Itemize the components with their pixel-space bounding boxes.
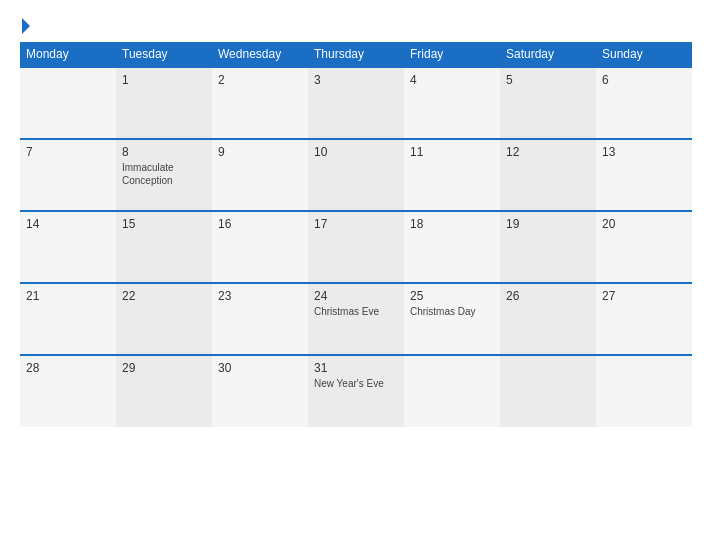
calendar-cell: 26 bbox=[500, 283, 596, 355]
calendar-cell: 13 bbox=[596, 139, 692, 211]
day-number: 9 bbox=[218, 145, 302, 159]
calendar-cell: 28 bbox=[20, 355, 116, 427]
calendar-cell: 14 bbox=[20, 211, 116, 283]
calendar-cell: 16 bbox=[212, 211, 308, 283]
calendar-cell: 29 bbox=[116, 355, 212, 427]
calendar-cell bbox=[500, 355, 596, 427]
weekday-header-thursday: Thursday bbox=[308, 42, 404, 67]
calendar-cell bbox=[596, 355, 692, 427]
calendar-event: Immaculate Conception bbox=[122, 161, 206, 187]
calendar-event: Christmas Day bbox=[410, 305, 494, 318]
calendar-cell: 5 bbox=[500, 67, 596, 139]
day-number: 10 bbox=[314, 145, 398, 159]
day-number: 20 bbox=[602, 217, 686, 231]
logo-blue-text bbox=[20, 18, 30, 34]
logo bbox=[20, 18, 30, 34]
calendar-table: MondayTuesdayWednesdayThursdayFridaySatu… bbox=[20, 42, 692, 427]
calendar-cell: 3 bbox=[308, 67, 404, 139]
day-number: 22 bbox=[122, 289, 206, 303]
calendar-cell: 8Immaculate Conception bbox=[116, 139, 212, 211]
calendar-cell: 19 bbox=[500, 211, 596, 283]
calendar-cell bbox=[20, 67, 116, 139]
day-number: 26 bbox=[506, 289, 590, 303]
calendar-cell: 12 bbox=[500, 139, 596, 211]
calendar-cell: 25Christmas Day bbox=[404, 283, 500, 355]
day-number: 19 bbox=[506, 217, 590, 231]
day-number: 14 bbox=[26, 217, 110, 231]
day-number: 29 bbox=[122, 361, 206, 375]
day-number: 25 bbox=[410, 289, 494, 303]
day-number: 21 bbox=[26, 289, 110, 303]
calendar-cell: 15 bbox=[116, 211, 212, 283]
calendar-cell: 21 bbox=[20, 283, 116, 355]
day-number: 28 bbox=[26, 361, 110, 375]
calendar-week-2: 78Immaculate Conception910111213 bbox=[20, 139, 692, 211]
weekday-header-saturday: Saturday bbox=[500, 42, 596, 67]
calendar-event: New Year's Eve bbox=[314, 377, 398, 390]
day-number: 24 bbox=[314, 289, 398, 303]
calendar-cell: 18 bbox=[404, 211, 500, 283]
day-number: 4 bbox=[410, 73, 494, 87]
calendar-cell: 24Christmas Eve bbox=[308, 283, 404, 355]
calendar-cell: 9 bbox=[212, 139, 308, 211]
day-number: 27 bbox=[602, 289, 686, 303]
day-number: 6 bbox=[602, 73, 686, 87]
day-number: 12 bbox=[506, 145, 590, 159]
calendar-cell: 27 bbox=[596, 283, 692, 355]
weekday-header-sunday: Sunday bbox=[596, 42, 692, 67]
day-number: 5 bbox=[506, 73, 590, 87]
calendar-week-3: 14151617181920 bbox=[20, 211, 692, 283]
calendar-cell: 23 bbox=[212, 283, 308, 355]
calendar-event: Christmas Eve bbox=[314, 305, 398, 318]
calendar-cell: 1 bbox=[116, 67, 212, 139]
calendar-cell: 30 bbox=[212, 355, 308, 427]
calendar-cell: 7 bbox=[20, 139, 116, 211]
day-number: 13 bbox=[602, 145, 686, 159]
day-number: 2 bbox=[218, 73, 302, 87]
day-number: 7 bbox=[26, 145, 110, 159]
logo-triangle-icon bbox=[22, 18, 30, 34]
calendar-week-4: 21222324Christmas Eve25Christmas Day2627 bbox=[20, 283, 692, 355]
calendar-header bbox=[20, 18, 692, 34]
calendar-cell: 20 bbox=[596, 211, 692, 283]
day-number: 11 bbox=[410, 145, 494, 159]
calendar-cell: 22 bbox=[116, 283, 212, 355]
weekday-header-tuesday: Tuesday bbox=[116, 42, 212, 67]
calendar-cell: 11 bbox=[404, 139, 500, 211]
calendar-cell: 17 bbox=[308, 211, 404, 283]
day-number: 18 bbox=[410, 217, 494, 231]
calendar-week-5: 28293031New Year's Eve bbox=[20, 355, 692, 427]
day-number: 23 bbox=[218, 289, 302, 303]
day-number: 17 bbox=[314, 217, 398, 231]
weekday-header-monday: Monday bbox=[20, 42, 116, 67]
day-number: 1 bbox=[122, 73, 206, 87]
weekday-header-wednesday: Wednesday bbox=[212, 42, 308, 67]
calendar-header-row: MondayTuesdayWednesdayThursdayFridaySatu… bbox=[20, 42, 692, 67]
day-number: 3 bbox=[314, 73, 398, 87]
calendar-week-1: 123456 bbox=[20, 67, 692, 139]
calendar-cell: 31New Year's Eve bbox=[308, 355, 404, 427]
calendar-cell: 10 bbox=[308, 139, 404, 211]
day-number: 30 bbox=[218, 361, 302, 375]
calendar-cell: 2 bbox=[212, 67, 308, 139]
calendar-cell: 4 bbox=[404, 67, 500, 139]
weekday-header-friday: Friday bbox=[404, 42, 500, 67]
day-number: 15 bbox=[122, 217, 206, 231]
day-number: 31 bbox=[314, 361, 398, 375]
calendar-cell bbox=[404, 355, 500, 427]
calendar-cell: 6 bbox=[596, 67, 692, 139]
day-number: 16 bbox=[218, 217, 302, 231]
day-number: 8 bbox=[122, 145, 206, 159]
